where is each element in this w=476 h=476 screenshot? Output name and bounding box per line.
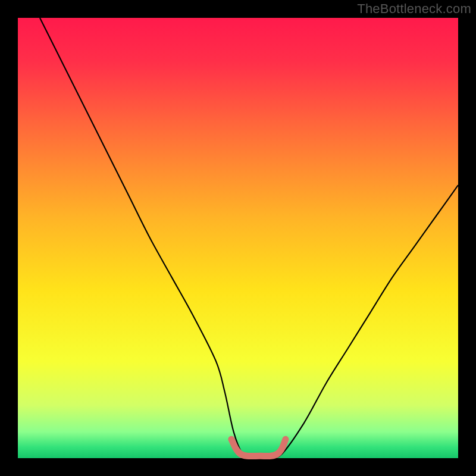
watermark-text: TheBottleneck.com [357,1,471,17]
plot-background [18,18,458,458]
chart-frame: TheBottleneck.com [0,0,476,476]
bottleneck-chart [0,0,476,476]
